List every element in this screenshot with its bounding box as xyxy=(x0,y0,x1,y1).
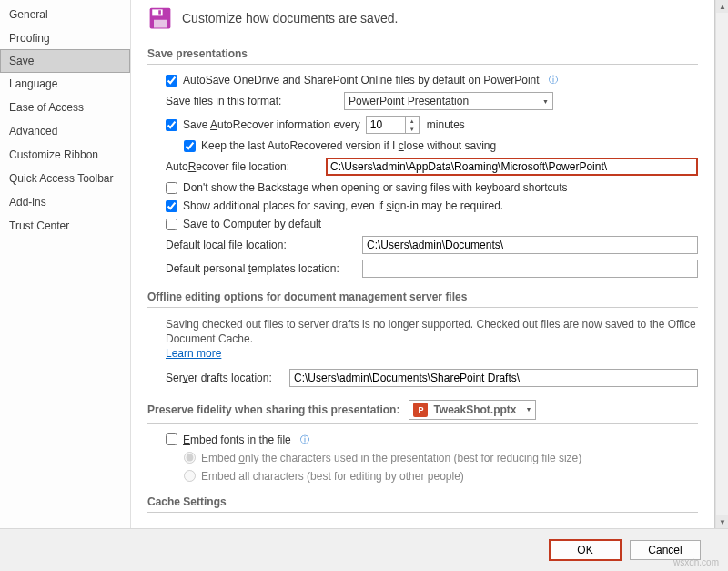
header-text: Customize how documents are saved. xyxy=(182,11,398,25)
save-header-icon xyxy=(147,5,173,31)
section-save-presentations-title: Save presentations xyxy=(147,47,698,65)
info-icon[interactable]: ⓘ xyxy=(300,433,309,446)
dont-show-backstage-checkbox[interactable] xyxy=(166,182,177,194)
save-to-computer-checkbox[interactable] xyxy=(166,219,177,230)
sidebar-item-add-ins[interactable]: Add-ins xyxy=(0,190,130,214)
sidebar-item-customize-ribbon[interactable]: Customize Ribbon xyxy=(0,143,130,167)
autorecover-minutes-input[interactable] xyxy=(367,117,405,133)
autorecover-location-input[interactable] xyxy=(326,158,698,176)
learn-more-link[interactable]: Learn more xyxy=(166,347,221,360)
offline-notice: Saving checked out files to server draft… xyxy=(166,318,696,345)
autorecover-label-post: minutes xyxy=(427,118,465,131)
autorecover-minutes-spinner[interactable]: ▲▼ xyxy=(366,116,420,134)
save-format-combo[interactable]: PowerPoint Presentation ▼ xyxy=(344,92,553,110)
server-drafts-label: Server drafts location: xyxy=(166,372,284,384)
save-format-value: PowerPoint Presentation xyxy=(349,95,469,107)
sidebar-item-save[interactable]: Save xyxy=(0,49,130,73)
sidebar-item-trust-center[interactable]: Trust Center xyxy=(0,214,130,238)
save-format-label: Save files in this format: xyxy=(166,95,339,107)
section-cache-title: Cache Settings xyxy=(147,495,698,513)
show-additional-label: Show additional places for saving, even … xyxy=(183,199,503,212)
embed-all-radio xyxy=(184,470,196,482)
scroll-up-button[interactable]: ▲ xyxy=(716,0,728,13)
default-templates-input[interactable] xyxy=(362,260,698,278)
embed-all-label: Embed all characters (best for editing b… xyxy=(201,470,464,483)
vertical-scrollbar[interactable]: ▲ ▼ xyxy=(715,0,728,528)
sidebar-item-quick-access-toolbar[interactable]: Quick Access Toolbar xyxy=(0,167,130,190)
keep-last-label: Keep the last AutoRecovered version if I… xyxy=(201,139,496,152)
embed-only-used-radio xyxy=(184,452,196,464)
svg-rect-3 xyxy=(158,10,161,14)
embed-fonts-checkbox[interactable] xyxy=(166,433,177,445)
spinner-buttons[interactable]: ▲▼ xyxy=(405,117,419,133)
ok-button[interactable]: OK xyxy=(550,540,621,560)
sidebar-item-language[interactable]: Language xyxy=(0,72,130,96)
embed-only-used-label: Embed only the characters used in the pr… xyxy=(201,452,581,464)
autorecover-checkbox[interactable] xyxy=(166,119,177,131)
sidebar-item-proofing[interactable]: Proofing xyxy=(0,26,130,50)
dont-show-backstage-label: Don't show the Backstage when opening or… xyxy=(183,181,568,194)
sidebar-item-general[interactable]: General xyxy=(0,3,130,26)
scroll-down-button[interactable]: ▼ xyxy=(716,515,728,528)
fidelity-doc-name: TweakShot.pptx xyxy=(433,403,516,416)
autosave-label: AutoSave OneDrive and SharePoint Online … xyxy=(183,74,540,87)
default-local-label: Default local file location: xyxy=(166,239,357,251)
autosave-checkbox[interactable] xyxy=(166,75,177,87)
info-icon[interactable]: ⓘ xyxy=(549,74,558,87)
save-to-computer-label: Save to Computer by default xyxy=(183,218,321,230)
svg-rect-1 xyxy=(152,9,162,15)
watermark: wsxdn.com xyxy=(673,557,719,567)
autorecover-location-label: AutoRecover file location: xyxy=(166,160,320,173)
default-local-input[interactable] xyxy=(362,236,698,254)
powerpoint-file-icon: P xyxy=(413,403,428,417)
fidelity-doc-combo[interactable]: P TweakShot.pptx ▼ xyxy=(409,400,536,420)
sidebar-item-ease-of-access[interactable]: Ease of Access xyxy=(0,96,130,119)
svg-rect-2 xyxy=(154,20,167,28)
keep-last-checkbox[interactable] xyxy=(184,140,196,152)
sidebar-item-advanced[interactable]: Advanced xyxy=(0,119,130,143)
chevron-down-icon: ▼ xyxy=(542,98,549,105)
section-fidelity-title: Preserve fidelity when sharing this pres… xyxy=(147,400,698,424)
default-templates-label: Default personal templates location: xyxy=(166,262,357,275)
sidebar: General Proofing Save Language Ease of A… xyxy=(0,0,131,528)
dialog-footer: OK Cancel xyxy=(0,528,728,571)
section-offline-title: Offline editing options for document man… xyxy=(147,291,698,308)
server-drafts-input[interactable] xyxy=(289,369,698,387)
embed-fonts-label: Embed fonts in the file xyxy=(183,433,291,446)
content-pane: Customize how documents are saved. Save … xyxy=(131,0,714,528)
show-additional-checkbox[interactable] xyxy=(166,200,177,212)
autorecover-label-pre: Save AutoRecover information every xyxy=(183,118,360,131)
chevron-down-icon: ▼ xyxy=(526,406,532,413)
